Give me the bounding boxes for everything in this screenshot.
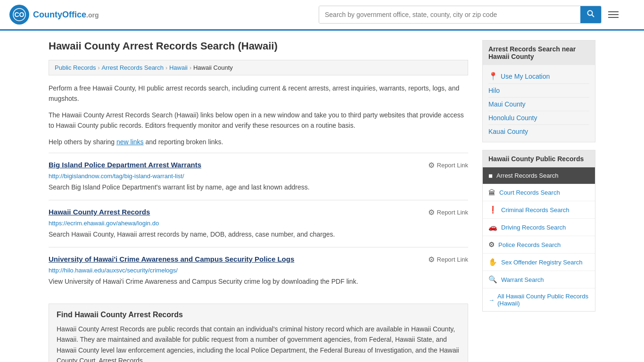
record-icon: 🔍 — [488, 275, 497, 284]
report-label: Report Link — [437, 162, 468, 169]
record-item[interactable]: ✋Sex Offender Registry Search — [483, 254, 595, 271]
result-title: Hawaii County Arrest Records — [49, 208, 150, 216]
breadcrumb-current: Hawaii County — [193, 64, 233, 71]
logo[interactable]: CO CountyOffice.org — [9, 5, 99, 25]
nearby-item: Maui County — [488, 98, 589, 111]
svg-line-3 — [592, 15, 594, 17]
record-item[interactable]: ⚙Police Records Search — [483, 236, 595, 254]
intro-2: The Hawaii County Arrest Records Search … — [49, 110, 468, 131]
sidebar: Arrest Records Search near Hawaii County… — [482, 40, 595, 362]
record-icon: ⚙ — [488, 240, 495, 249]
find-desc: Hawaii County Arrest Records are public … — [57, 324, 460, 362]
menu-button[interactable] — [606, 9, 620, 20]
results-list: Big Island Police Department Arrest Warr… — [49, 153, 468, 294]
logo-icon: CO — [9, 5, 29, 25]
record-link[interactable]: Sex Offender Registry Search — [501, 259, 582, 266]
report-label: Report Link — [437, 209, 468, 216]
nearby-item-link[interactable]: Honolulu County — [488, 114, 537, 122]
record-icon: ✋ — [488, 258, 497, 266]
breadcrumb-public-records[interactable]: Public Records — [55, 64, 96, 71]
result-url[interactable]: http://bigislandnow.com/tag/big-island-w… — [49, 173, 468, 180]
record-link[interactable]: Court Records Search — [499, 189, 560, 196]
record-item[interactable]: ❗Criminal Records Search — [483, 201, 595, 219]
result-title: Big Island Police Department Arrest Warr… — [49, 161, 201, 169]
result-item: Hawaii County Arrest Records ⚙ Report Li… — [49, 200, 468, 247]
record-link[interactable]: Warrant Search — [501, 276, 544, 283]
nearby-item-link[interactable]: Maui County — [488, 100, 526, 108]
search-button[interactable] — [580, 6, 601, 23]
find-title: Find Hawaii County Arrest Records — [57, 311, 460, 319]
report-icon: ⚙ — [428, 161, 435, 170]
report-link[interactable]: ⚙ Report Link — [428, 255, 468, 264]
result-item: Big Island Police Department Arrest Warr… — [49, 153, 468, 200]
intro-3: Help others by sharing new links and rep… — [49, 137, 468, 147]
nearby-item-link[interactable]: Hilo — [488, 87, 500, 94]
nearby-item: Hilo — [488, 84, 589, 98]
record-item[interactable]: 🏛Court Records Search — [483, 184, 595, 201]
public-records-section: Hawaii County Public Records ■Arrest Rec… — [482, 150, 595, 312]
all-records-link[interactable]: → All Hawaii County Public Records (Hawa… — [483, 288, 595, 311]
record-icon: 🚗 — [488, 223, 497, 231]
record-item[interactable]: 🔍Warrant Search — [483, 271, 595, 288]
find-section: Find Hawaii County Arrest Records Hawaii… — [49, 304, 468, 362]
nearby-list: Arrest Records Search near Hawaii County… — [482, 40, 595, 142]
arrow-icon: → — [488, 296, 495, 304]
result-url[interactable]: https://ecrim.ehawaii.gov/ahewa/login.do — [49, 220, 468, 227]
report-link[interactable]: ⚙ Report Link — [428, 208, 468, 217]
report-icon: ⚙ — [428, 208, 435, 217]
record-link[interactable]: Criminal Records Search — [501, 206, 570, 214]
new-links-link[interactable]: new links — [116, 138, 144, 146]
breadcrumb-hawaii[interactable]: Hawaii — [169, 64, 188, 71]
record-item[interactable]: ■Arrest Records Search — [483, 167, 595, 184]
logo-text: CountyOffice.org — [33, 10, 99, 20]
report-icon: ⚙ — [428, 255, 435, 264]
location-icon: 📍 — [488, 72, 498, 81]
nearby-section: Arrest Records Search near Hawaii County… — [482, 40, 595, 142]
result-item: University of Hawai'i Crime Awareness an… — [49, 247, 468, 294]
result-link[interactable]: Big Island Police Department Arrest Warr… — [49, 161, 201, 169]
use-location-link[interactable]: Use My Location — [501, 73, 550, 80]
record-item[interactable]: 🚗Driving Records Search — [483, 219, 595, 236]
result-title: University of Hawai'i Crime Awareness an… — [49, 255, 294, 263]
result-desc: View University of Hawai'i Crime Awarene… — [49, 277, 468, 287]
svg-text:CO: CO — [15, 11, 25, 18]
record-icon: 🏛 — [488, 189, 495, 197]
nearby-item: Honolulu County — [488, 111, 589, 125]
result-desc: Search Hawaii County, Hawaii arrest reco… — [49, 230, 468, 239]
result-desc: Search Big Island Police Department's wa… — [49, 182, 468, 192]
use-my-location[interactable]: 📍 Use My Location — [488, 69, 589, 84]
all-records-label: All Hawaii County Public Records (Hawaii… — [497, 293, 589, 307]
nearby-item: Kauai County — [488, 125, 589, 138]
result-link[interactable]: University of Hawai'i Crime Awareness an… — [49, 255, 294, 263]
record-items: ■Arrest Records Search🏛Court Records Sea… — [483, 167, 595, 288]
public-records-title: Hawaii County Public Records — [483, 150, 595, 167]
breadcrumb: Public Records › Arrest Records Search ›… — [49, 60, 468, 75]
report-label: Report Link — [437, 256, 468, 263]
intro-1: Perform a free Hawaii County, HI public … — [49, 83, 468, 104]
result-url[interactable]: http://hilo.hawaii.edu/auxsvc/security/c… — [49, 267, 468, 274]
page-title: Hawaii County Arrest Records Search (Haw… — [49, 40, 468, 52]
record-link[interactable]: Police Records Search — [498, 241, 561, 248]
record-link[interactable]: Driving Records Search — [501, 224, 566, 231]
record-label: Arrest Records Search — [496, 172, 559, 179]
nearby-title: Arrest Records Search near Hawaii County — [483, 41, 595, 65]
result-link[interactable]: Hawaii County Arrest Records — [49, 208, 150, 216]
breadcrumb-arrest-records-search[interactable]: Arrest Records Search — [101, 64, 164, 71]
record-icon: ❗ — [488, 206, 497, 214]
search-input[interactable] — [319, 6, 580, 23]
nearby-item-link[interactable]: Kauai County — [488, 128, 528, 135]
record-icon: ■ — [488, 172, 493, 180]
report-link[interactable]: ⚙ Report Link — [428, 161, 468, 170]
svg-point-2 — [588, 11, 593, 16]
nearby-items: HiloMaui CountyHonolulu CountyKauai Coun… — [488, 84, 589, 138]
